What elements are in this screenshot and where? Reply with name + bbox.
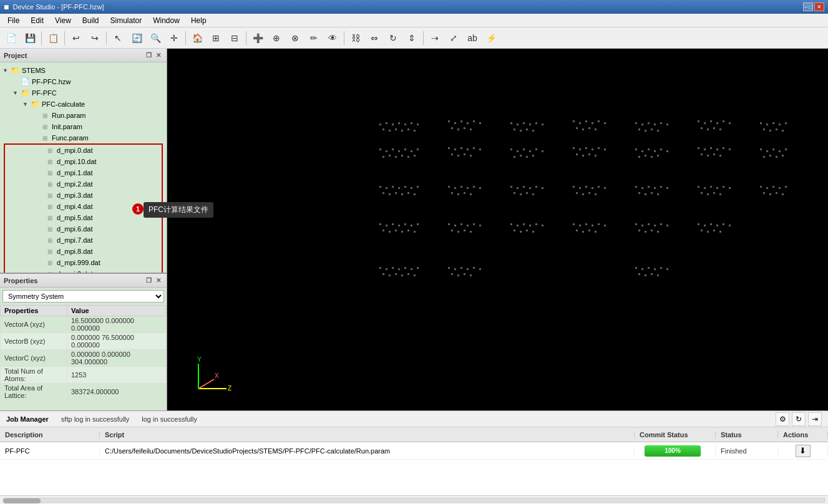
- toolbar-select-btn[interactable]: ↖: [109, 30, 127, 46]
- svg-rect-127: [588, 192, 590, 194]
- project-close-btn[interactable]: ✕: [154, 51, 163, 60]
- toolbar-grid2-btn[interactable]: ⊟: [226, 30, 243, 46]
- tree-item-dmpi6[interactable]: ⊞ d_mpi.6.dat: [5, 223, 162, 235]
- svg-rect-302: [782, 155, 784, 157]
- toolbar-rotate-btn[interactable]: 🔄: [128, 30, 145, 46]
- toolbar-grid-btn[interactable]: ⊞: [207, 30, 225, 46]
- svg-rect-32: [532, 130, 534, 132]
- tree-item-dmpi8[interactable]: ⊞ d_mpi.8.dat: [5, 246, 162, 257]
- dmpi6-label: d_mpi.6.dat: [57, 225, 92, 233]
- dmpi1-icon: ⊞: [45, 168, 55, 178]
- tree-item-run-param[interactable]: ⊞ Run.param: [0, 110, 167, 121]
- tree-item-dmpi0[interactable]: ⊞ d_mpi.0.dat: [5, 145, 162, 156]
- jm-export-btn[interactable]: ⇥: [808, 412, 822, 426]
- tree-item-pfpfc[interactable]: ▼ 📁 PF-PFC: [0, 87, 167, 99]
- 3d-viewport[interactable]: Y Z X: [167, 49, 828, 410]
- sep5: [246, 31, 246, 45]
- toolbar-undo-btn[interactable]: ↩: [67, 30, 85, 46]
- symmetry-system-selector[interactable]: Symmetry System: [2, 290, 164, 303]
- project-restore-btn[interactable]: ❐: [144, 51, 153, 60]
- svg-rect-301: [776, 156, 777, 158]
- scrollbar-thumb[interactable]: [3, 498, 41, 503]
- toolbar-pencil-btn[interactable]: ✏: [305, 30, 323, 46]
- menu-window[interactable]: Window: [148, 15, 185, 26]
- menu-simulator[interactable]: Simulator: [105, 15, 147, 26]
- svg-rect-115: [514, 192, 515, 194]
- svg-rect-179: [382, 273, 384, 275]
- toolbar-add2-btn[interactable]: ⊕: [268, 30, 285, 46]
- svg-rect-22: [470, 128, 472, 130]
- tree-item-func-param[interactable]: ⊞ Func.param: [0, 132, 167, 143]
- toolbar-misc-btn[interactable]: ⚡: [482, 30, 500, 46]
- menu-help[interactable]: Help: [186, 15, 212, 26]
- svg-rect-280: [666, 268, 668, 270]
- svg-rect-235: [635, 186, 637, 188]
- toolbar-home-btn[interactable]: 🏠: [188, 30, 206, 46]
- svg-rect-166: [598, 223, 600, 225]
- tree-item-stems[interactable]: ▼ 📁 STEMS: [0, 65, 167, 76]
- tree-item-dmpi3[interactable]: ⊞ d_mpi.3.dat: [5, 190, 162, 201]
- main-window-restore-btn[interactable]: ─ □: [803, 2, 813, 11]
- svg-rect-182: [401, 274, 403, 276]
- svg-rect-26: [529, 124, 531, 125]
- menu-build[interactable]: Build: [77, 15, 104, 26]
- svg-rect-126: [582, 193, 584, 195]
- title-bar-left: ■ Device Studio - [PF-PFC.hzw]: [4, 2, 104, 12]
- svg-rect-292: [776, 128, 777, 130]
- toolbar-flip-btn[interactable]: ⇕: [403, 30, 421, 46]
- jm-refresh-btn[interactable]: ↻: [792, 412, 806, 426]
- tree-item-dmpi7[interactable]: ⊞ d_mpi.7.dat: [5, 235, 162, 246]
- toolbar-bond-btn[interactable]: ⊗: [286, 30, 304, 46]
- toolbar-save-btn[interactable]: 💾: [21, 30, 39, 46]
- tree-item-dmpi999[interactable]: ⊞ d_mpi.999.dat: [5, 257, 162, 268]
- svg-rect-124: [604, 187, 606, 189]
- project-tree[interactable]: ▼ 📁 STEMS 📄 PF-PFC.hzw ▼ 📁 PF-PFC: [0, 62, 167, 273]
- tree-item-dmpi9[interactable]: ⊞ d_mpi.9.dat: [5, 268, 162, 273]
- scrollbar-track[interactable]: [2, 498, 826, 503]
- menu-file[interactable]: File: [2, 15, 24, 26]
- content-area: Project ❐ ✕ ▼ 📁 STEMS: [0, 49, 828, 410]
- svg-rect-225: [698, 147, 699, 149]
- toolbar-zoom-btn[interactable]: 🔍: [147, 30, 164, 46]
- toolbar-repeat-btn[interactable]: ⇢: [426, 30, 444, 46]
- tree-item-dmpi10[interactable]: ⊞ d_mpi.10.dat: [5, 156, 162, 167]
- dmpi999-label: d_mpi.999.dat: [57, 259, 100, 266]
- horizontal-scrollbar[interactable]: [0, 495, 828, 504]
- toolbar-chain-btn[interactable]: ⛓: [347, 30, 364, 46]
- toolbar-new-btn[interactable]: 📄: [2, 30, 20, 46]
- svg-rect-16: [467, 122, 469, 124]
- col-commit-status: Commit Status: [635, 431, 716, 439]
- svg-rect-12: [414, 130, 416, 132]
- toolbar-rotate2-btn[interactable]: ↻: [384, 30, 402, 46]
- main-window-close-btn[interactable]: ✕: [814, 2, 824, 11]
- tree-item-dmpi1[interactable]: ⊞ d_mpi.1.dat: [5, 167, 162, 178]
- tree-item-dmpi2[interactable]: ⊞ d_mpi.2.dat: [5, 178, 162, 190]
- tree-item-hzw[interactable]: 📄 PF-PFC.hzw: [0, 76, 167, 87]
- svg-rect-70: [535, 148, 537, 150]
- svg-rect-128: [595, 193, 597, 195]
- svg-rect-265: [698, 223, 699, 225]
- prop-area-key: Total Area of Lattice:: [1, 384, 67, 400]
- job-download-btn[interactable]: ⬇: [796, 445, 811, 457]
- svg-rect-131: [392, 223, 394, 225]
- menu-edit[interactable]: Edit: [26, 15, 49, 26]
- toolbar-move-btn[interactable]: ✛: [165, 30, 183, 46]
- jm-settings-btn[interactable]: ⚙: [776, 412, 789, 426]
- toolbar-new2-btn[interactable]: 📋: [44, 30, 62, 46]
- toolbar-add-btn[interactable]: ➕: [249, 30, 266, 46]
- toolbar-scale-btn[interactable]: ⤢: [445, 30, 462, 46]
- job-commit-status: 100%: [635, 445, 716, 457]
- svg-rect-47: [404, 148, 406, 150]
- properties-restore-btn[interactable]: ❐: [144, 276, 153, 285]
- toolbar-redo-btn[interactable]: ↪: [86, 30, 104, 46]
- toolbar-eye-btn[interactable]: 👁: [324, 30, 341, 46]
- job-table-row-0[interactable]: PF-PFC C:/Users/feifeilu/Documents/Devic…: [0, 442, 828, 460]
- svg-rect-109: [510, 186, 512, 188]
- svg-rect-195: [635, 122, 637, 124]
- menu-view[interactable]: View: [50, 15, 76, 26]
- properties-close-btn[interactable]: ✕: [154, 276, 163, 285]
- tree-item-calculate[interactable]: ▼ 📁 PFC-calculate: [0, 99, 167, 110]
- tree-item-init-param[interactable]: ⊞ Init.param: [0, 121, 167, 132]
- toolbar-mirror-btn[interactable]: ⇔: [366, 30, 383, 46]
- toolbar-text-btn[interactable]: ab: [464, 30, 481, 46]
